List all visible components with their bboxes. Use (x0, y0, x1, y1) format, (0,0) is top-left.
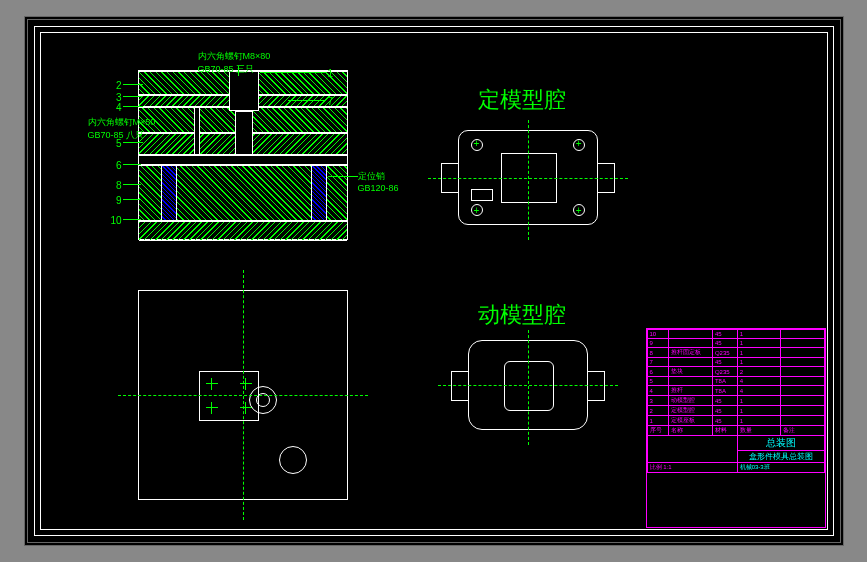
moving-cavity-core (504, 361, 554, 411)
bom-h-qty: 数量 (737, 426, 780, 436)
bom-row: 9451 (647, 339, 824, 348)
note-screw-m5-line1: 内六角螺钉M×50 (88, 117, 156, 127)
bom-row: 7451 (647, 358, 824, 367)
bom-header-row: 序号 名称 材料 数量 备注 (647, 426, 824, 436)
bom-table: 10451 9451 8推杆固定板Q2351 7451 6垫块Q2352 5T8… (647, 329, 825, 473)
leader-3 (123, 96, 143, 97)
plan-cl-v (243, 270, 244, 520)
note-pin-line1: 定位销 (358, 171, 385, 181)
label-fixed-cavity: 定模型腔 (478, 85, 566, 115)
note-screw-m5: 内六角螺钉M×50 GB70-85 八只 (88, 116, 156, 142)
balloon-6: 6 (108, 160, 122, 171)
leader-7 (288, 100, 326, 101)
bom-row: 10451 (647, 330, 824, 339)
title-block: 10451 9451 8推杆固定板Q2351 7451 6垫块Q2352 5T8… (646, 328, 826, 528)
moving-cavity-lug-r (587, 371, 605, 401)
note-screw-m8-line1: 内六角螺钉M8×80 (198, 51, 271, 61)
drawing-name: 总装图 (737, 436, 824, 451)
leader-pin (328, 176, 358, 177)
assembly-section-view (138, 70, 348, 240)
bom-h-name: 名称 (668, 426, 712, 436)
cross-icon-tr: + (576, 139, 582, 149)
plan-hole-tl (206, 378, 218, 390)
note-pin: 定位销 GB120-86 (358, 170, 399, 193)
balloon-7: 7 (328, 96, 342, 107)
bom-row: 5T8A4 (647, 377, 824, 386)
cross-icon-tl: + (474, 139, 480, 149)
fixed-cavity-cl-v (528, 120, 529, 240)
note-screw-m5-line2: GB70-85 八只 (88, 130, 145, 140)
project-name: 盒形件模具总装图 (737, 451, 824, 463)
bom-row: 8推杆固定板Q2351 (647, 348, 824, 358)
class-info: 机械03-3班 (737, 463, 824, 473)
plate-6 (139, 221, 347, 241)
balloon-1: 1 (328, 68, 342, 79)
note-screw-m8: 内六角螺钉M8×80 GB70-85 三只 (198, 50, 271, 76)
label-moving-cavity: 动模型腔 (478, 300, 566, 330)
balloon-2: 2 (108, 80, 122, 91)
leader-10 (123, 219, 141, 220)
note-pin-line2: GB120-86 (358, 183, 399, 193)
leader-9 (123, 199, 141, 200)
plan-circle-lower (279, 446, 307, 474)
bom-row: 2定模型腔451 (647, 406, 824, 416)
leader-5 (123, 142, 143, 143)
balloon-10: 10 (108, 215, 122, 226)
moving-cavity-cl-v (528, 330, 529, 445)
leader-2 (123, 84, 143, 85)
ejector-pin-slot-l (194, 107, 200, 155)
balloon-8-a: 8 (108, 180, 122, 191)
leader-4 (123, 106, 143, 107)
core-slot (235, 111, 253, 155)
sprue-opening (229, 71, 259, 111)
leader-6 (123, 164, 141, 165)
cross-icon-br: + (576, 206, 582, 216)
leader-8 (123, 184, 141, 185)
balloon-9: 9 (108, 195, 122, 206)
bom-h-mat: 材料 (712, 426, 737, 436)
support-pillar-l (161, 165, 177, 221)
gap (139, 155, 347, 165)
balloon-4: 4 (108, 102, 122, 113)
bom-h-note: 备注 (781, 426, 824, 436)
support-pillar-r (311, 165, 327, 221)
bom-h-no: 序号 (647, 426, 668, 436)
cross-icon-bl: + (474, 206, 480, 216)
plan-hole-tr (240, 378, 252, 390)
fixed-cavity-small-rect (471, 189, 493, 201)
title-row-3: 比例 1:1 机械03-3班 (647, 463, 824, 473)
leader-screw-m8 (238, 66, 239, 76)
title-left-cells (647, 436, 737, 463)
moving-cavity-lug-l (451, 371, 469, 401)
cad-drawing-sheet: 2 3 4 5 6 8 9 10 1 7 内六角螺钉M8×80 GB70-85 … (24, 16, 844, 546)
bom-row: 3动模型腔451 (647, 396, 824, 406)
bom-row: 1定模座板451 (647, 416, 824, 426)
plan-hole-bl (206, 402, 218, 414)
title-row-1: 总装图 (647, 436, 824, 451)
note-screw-m8-line2: GB70-85 三只 (198, 64, 255, 74)
bom-row: 6垫块Q2352 (647, 367, 824, 377)
bom-row: 4推杆T8A4 (647, 386, 824, 396)
sheet-info: 比例 1:1 (647, 463, 737, 473)
